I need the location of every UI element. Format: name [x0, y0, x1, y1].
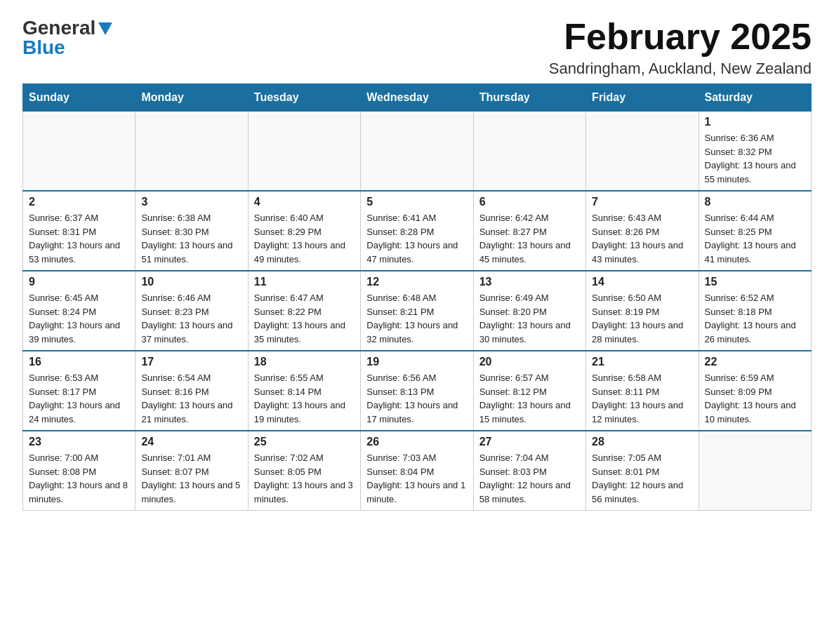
- col-sunday: Sunday: [23, 84, 135, 112]
- day-info: Sunrise: 6:55 AM Sunset: 8:14 PM Dayligh…: [254, 371, 355, 426]
- day-number: 27: [479, 436, 580, 448]
- table-row: 17Sunrise: 6:54 AM Sunset: 8:16 PM Dayli…: [135, 351, 248, 431]
- day-info: Sunrise: 6:47 AM Sunset: 8:22 PM Dayligh…: [254, 291, 355, 346]
- day-info: Sunrise: 6:44 AM Sunset: 8:25 PM Dayligh…: [705, 211, 805, 266]
- day-number: 12: [366, 276, 467, 288]
- day-number: 1: [705, 116, 805, 128]
- day-number: 25: [254, 436, 355, 448]
- day-info: Sunrise: 6:57 AM Sunset: 8:12 PM Dayligh…: [479, 371, 580, 426]
- day-info: Sunrise: 6:48 AM Sunset: 8:21 PM Dayligh…: [366, 291, 467, 346]
- col-monday: Monday: [135, 84, 248, 112]
- table-row: 5Sunrise: 6:41 AM Sunset: 8:28 PM Daylig…: [361, 191, 473, 271]
- day-info: Sunrise: 7:00 AM Sunset: 8:08 PM Dayligh…: [29, 451, 129, 506]
- day-info: Sunrise: 6:59 AM Sunset: 8:09 PM Dayligh…: [705, 371, 805, 426]
- day-info: Sunrise: 6:45 AM Sunset: 8:24 PM Dayligh…: [29, 291, 129, 346]
- day-number: 10: [141, 276, 241, 288]
- day-number: 7: [592, 196, 692, 208]
- calendar-header-row: Sunday Monday Tuesday Wednesday Thursday…: [23, 84, 812, 112]
- table-row: 14Sunrise: 6:50 AM Sunset: 8:19 PM Dayli…: [586, 271, 699, 351]
- table-row: [473, 112, 585, 192]
- day-info: Sunrise: 6:58 AM Sunset: 8:11 PM Dayligh…: [592, 371, 692, 426]
- day-info: Sunrise: 7:01 AM Sunset: 8:07 PM Dayligh…: [141, 451, 241, 506]
- table-row: 2Sunrise: 6:37 AM Sunset: 8:31 PM Daylig…: [23, 191, 135, 271]
- page-header: General Blue February 2025 Sandringham, …: [22, 17, 812, 78]
- day-info: Sunrise: 6:42 AM Sunset: 8:27 PM Dayligh…: [479, 211, 580, 266]
- logo-blue-text: Blue: [22, 36, 65, 58]
- table-row: 26Sunrise: 7:03 AM Sunset: 8:04 PM Dayli…: [361, 431, 473, 511]
- table-row: 7Sunrise: 6:43 AM Sunset: 8:26 PM Daylig…: [586, 191, 699, 271]
- col-wednesday: Wednesday: [361, 84, 473, 112]
- table-row: 9Sunrise: 6:45 AM Sunset: 8:24 PM Daylig…: [23, 271, 135, 351]
- day-number: 6: [479, 196, 580, 208]
- table-row: 21Sunrise: 6:58 AM Sunset: 8:11 PM Dayli…: [586, 351, 699, 431]
- table-row: 28Sunrise: 7:05 AM Sunset: 8:01 PM Dayli…: [586, 431, 699, 511]
- day-info: Sunrise: 6:43 AM Sunset: 8:26 PM Dayligh…: [592, 211, 692, 266]
- calendar-subtitle: Sandringham, Auckland, New Zealand: [549, 60, 812, 78]
- day-info: Sunrise: 7:05 AM Sunset: 8:01 PM Dayligh…: [592, 451, 692, 506]
- table-row: 25Sunrise: 7:02 AM Sunset: 8:05 PM Dayli…: [248, 431, 360, 511]
- table-row: 13Sunrise: 6:49 AM Sunset: 8:20 PM Dayli…: [473, 271, 585, 351]
- table-row: 4Sunrise: 6:40 AM Sunset: 8:29 PM Daylig…: [248, 191, 360, 271]
- day-info: Sunrise: 6:52 AM Sunset: 8:18 PM Dayligh…: [705, 291, 805, 346]
- table-row: 24Sunrise: 7:01 AM Sunset: 8:07 PM Dayli…: [135, 431, 248, 511]
- logo-triangle-icon: [98, 22, 112, 35]
- table-row: 11Sunrise: 6:47 AM Sunset: 8:22 PM Dayli…: [248, 271, 360, 351]
- table-row: [135, 112, 248, 192]
- day-number: 26: [366, 436, 467, 448]
- table-row: 16Sunrise: 6:53 AM Sunset: 8:17 PM Dayli…: [23, 351, 135, 431]
- col-friday: Friday: [586, 84, 699, 112]
- day-number: 2: [29, 196, 129, 208]
- day-number: 4: [254, 196, 355, 208]
- table-row: [248, 112, 360, 192]
- day-number: 14: [592, 276, 692, 288]
- table-row: [361, 112, 473, 192]
- day-number: 15: [705, 276, 805, 288]
- table-row: 19Sunrise: 6:56 AM Sunset: 8:13 PM Dayli…: [361, 351, 473, 431]
- col-thursday: Thursday: [473, 84, 585, 112]
- day-number: 13: [479, 276, 580, 288]
- day-info: Sunrise: 6:50 AM Sunset: 8:19 PM Dayligh…: [592, 291, 692, 346]
- day-number: 18: [254, 356, 355, 368]
- day-number: 28: [592, 436, 692, 448]
- day-number: 16: [29, 356, 129, 368]
- day-number: 5: [366, 196, 467, 208]
- day-info: Sunrise: 7:03 AM Sunset: 8:04 PM Dayligh…: [366, 451, 467, 506]
- calendar-table: Sunday Monday Tuesday Wednesday Thursday…: [22, 83, 812, 511]
- table-row: 12Sunrise: 6:48 AM Sunset: 8:21 PM Dayli…: [361, 271, 473, 351]
- day-number: 11: [254, 276, 355, 288]
- day-info: Sunrise: 7:02 AM Sunset: 8:05 PM Dayligh…: [254, 451, 355, 506]
- day-info: Sunrise: 6:49 AM Sunset: 8:20 PM Dayligh…: [479, 291, 580, 346]
- day-info: Sunrise: 6:40 AM Sunset: 8:29 PM Dayligh…: [254, 211, 355, 266]
- logo: General Blue: [22, 17, 112, 59]
- day-info: Sunrise: 6:46 AM Sunset: 8:23 PM Dayligh…: [141, 291, 241, 346]
- table-row: [586, 112, 699, 192]
- day-number: 21: [592, 356, 692, 368]
- table-row: 1Sunrise: 6:36 AM Sunset: 8:32 PM Daylig…: [699, 112, 811, 192]
- title-block: February 2025 Sandringham, Auckland, New…: [549, 17, 812, 78]
- table-row: 10Sunrise: 6:46 AM Sunset: 8:23 PM Dayli…: [135, 271, 248, 351]
- day-info: Sunrise: 6:36 AM Sunset: 8:32 PM Dayligh…: [705, 131, 805, 186]
- table-row: 22Sunrise: 6:59 AM Sunset: 8:09 PM Dayli…: [699, 351, 811, 431]
- table-row: 15Sunrise: 6:52 AM Sunset: 8:18 PM Dayli…: [699, 271, 811, 351]
- day-info: Sunrise: 6:53 AM Sunset: 8:17 PM Dayligh…: [29, 371, 129, 426]
- col-saturday: Saturday: [699, 84, 811, 112]
- day-info: Sunrise: 6:37 AM Sunset: 8:31 PM Dayligh…: [29, 211, 129, 266]
- day-number: 20: [479, 356, 580, 368]
- day-number: 22: [705, 356, 805, 368]
- table-row: 18Sunrise: 6:55 AM Sunset: 8:14 PM Dayli…: [248, 351, 360, 431]
- day-number: 17: [141, 356, 241, 368]
- day-number: 3: [141, 196, 241, 208]
- day-number: 24: [141, 436, 241, 448]
- table-row: 8Sunrise: 6:44 AM Sunset: 8:25 PM Daylig…: [699, 191, 811, 271]
- table-row: 27Sunrise: 7:04 AM Sunset: 8:03 PM Dayli…: [473, 431, 585, 511]
- day-info: Sunrise: 6:54 AM Sunset: 8:16 PM Dayligh…: [141, 371, 241, 426]
- table-row: 23Sunrise: 7:00 AM Sunset: 8:08 PM Dayli…: [23, 431, 135, 511]
- calendar-title: February 2025: [549, 17, 812, 57]
- table-row: 20Sunrise: 6:57 AM Sunset: 8:12 PM Dayli…: [473, 351, 585, 431]
- day-number: 23: [29, 436, 129, 448]
- table-row: [699, 431, 811, 511]
- day-number: 8: [705, 196, 805, 208]
- table-row: 6Sunrise: 6:42 AM Sunset: 8:27 PM Daylig…: [473, 191, 585, 271]
- day-info: Sunrise: 7:04 AM Sunset: 8:03 PM Dayligh…: [479, 451, 580, 506]
- table-row: 3Sunrise: 6:38 AM Sunset: 8:30 PM Daylig…: [135, 191, 248, 271]
